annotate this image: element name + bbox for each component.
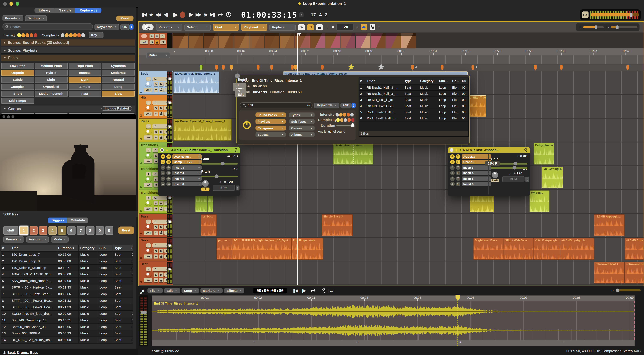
table-row[interactable]: 10BULLYFINGER_loop_dru...00:09.99MusicLo… bbox=[1, 311, 133, 317]
complexity-dot[interactable] bbox=[81, 33, 85, 37]
pan-knob[interactable] bbox=[146, 201, 152, 206]
loop-icon[interactable] bbox=[217, 12, 223, 17]
feels-header[interactable]: ▼Feels bbox=[1, 54, 135, 61]
table-row[interactable]: 9BFTF_-_90_-_Power_Bea...00:21.33MusicLo… bbox=[1, 304, 133, 311]
pan-mode-button[interactable]: L⊕R bbox=[144, 278, 152, 282]
marker-flag[interactable] bbox=[257, 65, 260, 71]
complexity-dots[interactable] bbox=[61, 33, 86, 37]
freeze-button[interactable]: ✻ bbox=[154, 254, 158, 259]
mute-button[interactable]: M bbox=[159, 249, 164, 253]
table-row[interactable]: 12Bpm90_PorkChops_0300:10.66MusicLoopBea… bbox=[1, 324, 133, 331]
marker-flag[interactable] bbox=[291, 65, 294, 71]
pan-knob[interactable] bbox=[146, 249, 152, 253]
dialog-search-input[interactable]: half ⊗ bbox=[240, 102, 313, 108]
clip[interactable]: Elevated Risk_Beds_Drone_1 bbox=[173, 71, 219, 93]
track-header[interactable]: RisesR○1▼SMAL⊕R✻FX3 bbox=[139, 119, 173, 142]
feel-neutral[interactable]: Neutral bbox=[102, 77, 134, 83]
preview-close-button[interactable] bbox=[2, 115, 5, 118]
trigger-key-4[interactable]: 4 bbox=[48, 226, 56, 235]
complexity-dot[interactable] bbox=[65, 33, 68, 37]
fx-slot-settings-icon[interactable]: ≑ bbox=[160, 176, 165, 181]
video-lock-button[interactable] bbox=[155, 40, 160, 44]
bank-dropdown[interactable]: ○1▼ bbox=[152, 220, 169, 224]
intensity-dot[interactable] bbox=[30, 33, 33, 37]
bank-dropdown[interactable]: ○1▼ bbox=[152, 267, 169, 271]
solo-button[interactable]: S bbox=[154, 201, 158, 205]
assign-dropdown[interactable]: Assign...▼ bbox=[26, 236, 49, 243]
fx-slot-settings-icon[interactable]: ≑ bbox=[160, 165, 165, 170]
clip[interactable]: ◀▶ Getting T... bbox=[542, 167, 563, 188]
solo-button[interactable]: S bbox=[154, 82, 158, 86]
intensity-dot[interactable] bbox=[25, 33, 29, 37]
table-row[interactable]: 5ANV_drum_loop_smooth...00:04.00MusicLoo… bbox=[1, 278, 133, 285]
filter-sub-types[interactable]: Sub Types▼ bbox=[289, 119, 315, 124]
editor-fit-icon[interactable]: |↔| bbox=[328, 288, 335, 293]
mute-button[interactable]: M bbox=[159, 130, 164, 134]
mute-button[interactable]: M bbox=[159, 82, 164, 86]
intensity-dot[interactable] bbox=[34, 33, 37, 37]
record-arm-button[interactable]: R bbox=[146, 77, 151, 81]
track-meter[interactable] bbox=[167, 262, 172, 285]
dialog-intensity-dot[interactable] bbox=[343, 113, 346, 116]
fx-slot[interactable]: AUDelay▼ bbox=[462, 154, 491, 159]
table-row[interactable]: 8BFTF_-_90_-_Power_Bea...00:21.33MusicLo… bbox=[1, 298, 133, 304]
source-soundpacks-header[interactable]: ▶Source: Sound Packs (28 selected) bbox=[1, 39, 135, 46]
track-lane[interactable]: ◀▶ Getting T... bbox=[173, 166, 644, 190]
record-arm-button[interactable]: R bbox=[146, 101, 151, 105]
table-row[interactable]: 4ABVC_DRUM_LOOP_018...00:08.00MusicLoopB… bbox=[1, 271, 133, 278]
track-lane[interactable]: pr_bas...Simple Bass 3-4.0 dB Arpeggia..… bbox=[173, 214, 644, 238]
pan-knob[interactable] bbox=[146, 106, 152, 110]
fx-slot[interactable]: Insert 6▼ bbox=[172, 182, 202, 186]
feel-complex[interactable]: Complex bbox=[1, 84, 34, 90]
clip[interactable]: -4.0 dB Arpeggia... bbox=[533, 238, 561, 260]
pan-knob[interactable] bbox=[202, 180, 209, 187]
solo-button[interactable]: S bbox=[154, 249, 158, 253]
solo-button[interactable]: S bbox=[154, 106, 158, 110]
editor-play-button[interactable]: ▶ bbox=[302, 288, 305, 294]
clip[interactable]: Slight Wah Bass bbox=[473, 238, 504, 260]
pan-mode-button[interactable]: L⊕R bbox=[144, 112, 152, 116]
pan-mode-label[interactable]: R⊕L bbox=[201, 187, 210, 191]
dialog-complexity-dot[interactable] bbox=[340, 118, 343, 122]
browser-tab-search[interactable]: Search bbox=[55, 8, 75, 13]
timecode-format-dropdown[interactable]: ▼ bbox=[299, 12, 303, 17]
clip[interactable]: Slight Wah Bass bbox=[504, 238, 534, 260]
pitch-slider[interactable] bbox=[201, 176, 238, 177]
mute-button[interactable]: M bbox=[159, 106, 164, 110]
feel-synthetic[interactable]: Synthetic bbox=[102, 63, 134, 69]
skip-end-button[interactable]: ▶▮ bbox=[210, 12, 214, 17]
bank-dropdown[interactable]: ○1▼ bbox=[152, 77, 169, 81]
feel-medium-length[interactable]: Medium Length bbox=[35, 91, 68, 97]
bank-dropdown[interactable]: ○1▼ bbox=[152, 243, 169, 248]
fx-slot-settings-icon[interactable]: ≑ bbox=[450, 165, 455, 170]
feel-hybrid[interactable]: Hybrid bbox=[35, 70, 68, 76]
track-meter[interactable] bbox=[167, 119, 172, 142]
tab-metadata[interactable]: Metadata bbox=[67, 218, 88, 223]
record-arm-button[interactable]: R bbox=[146, 124, 151, 128]
marker-flag[interactable] bbox=[270, 65, 273, 71]
feel-dark[interactable]: Dark bbox=[68, 77, 101, 83]
dialog-table-row[interactable]: 6Rock_Beat7_Half_i...BeatMusicLoopEle...… bbox=[359, 115, 468, 121]
tempo-field[interactable]: 120 bbox=[336, 23, 354, 30]
dialog-intensity-dot[interactable] bbox=[336, 113, 339, 116]
editor-menu-effects[interactable]: Effects▼ bbox=[224, 288, 244, 294]
clip[interactable]: retrowave be bbox=[625, 262, 644, 284]
track-lane[interactable]: Destabilize the Wes...Delay_Transi... bbox=[173, 142, 644, 166]
presets-dropdown[interactable]: Presets▼ bbox=[2, 15, 24, 21]
solo-button[interactable]: S bbox=[154, 177, 158, 181]
fx-slot-power-icon[interactable]: ⏼ bbox=[166, 165, 171, 170]
dialog-duration-slider[interactable] bbox=[336, 125, 354, 126]
lock-button[interactable] bbox=[159, 112, 164, 116]
feel-moderate[interactable]: Moderate bbox=[102, 70, 134, 76]
solo-button[interactable]: S bbox=[154, 154, 158, 158]
video-freeze-button[interactable]: ✻ bbox=[150, 40, 154, 44]
star-marker[interactable] bbox=[348, 63, 355, 70]
fx-slot-settings-icon[interactable]: ≑ bbox=[450, 176, 455, 181]
genres-header[interactable]: ▼Genres Include Related bbox=[1, 105, 135, 112]
pan-knob[interactable] bbox=[146, 82, 152, 87]
mute-button[interactable]: M bbox=[159, 201, 164, 205]
dialog-table-row[interactable]: 1RB Brush1_Half_i3_...BeatMusicLoopEle..… bbox=[359, 84, 468, 91]
bpm-field[interactable]: BPM bbox=[213, 185, 235, 191]
video-pan-knob[interactable] bbox=[141, 34, 147, 38]
mute-button[interactable]: M bbox=[159, 225, 164, 229]
